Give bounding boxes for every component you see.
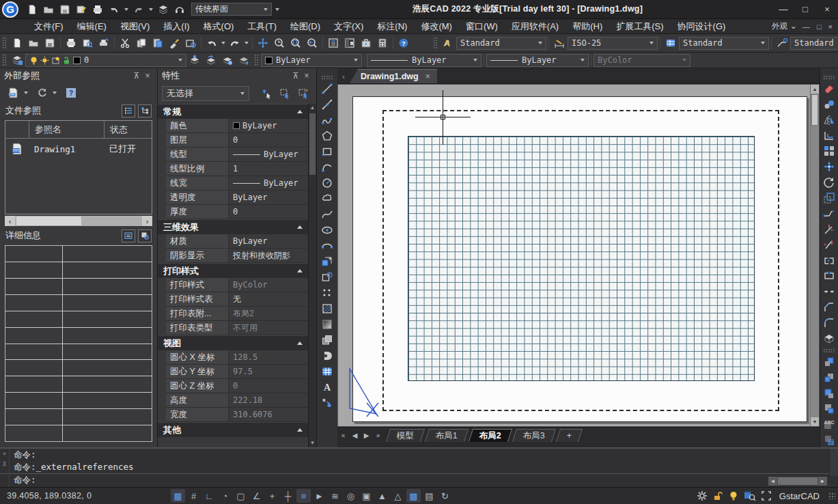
layout-viewport[interactable]: [408, 136, 755, 381]
print-preview-button[interactable]: [79, 36, 96, 51]
section-plot-style[interactable]: 打印样式: [158, 263, 308, 278]
scroll-thumb[interactable]: [778, 477, 818, 485]
scroll-down-arrow[interactable]: ▼: [811, 417, 819, 426]
workspace-layers-button[interactable]: [156, 2, 171, 17]
column-status[interactable]: 状态: [104, 121, 152, 138]
redo-button[interactable]: [131, 2, 146, 17]
menu-text[interactable]: 文字(X): [327, 19, 370, 34]
layer-states-button[interactable]: [186, 53, 203, 68]
qat-overflow-button[interactable]: [272, 2, 283, 17]
cut-button[interactable]: [117, 36, 133, 51]
offset-button[interactable]: [821, 128, 837, 143]
zoom-window-button[interactable]: [288, 36, 304, 51]
object-snap-tracking-toggle[interactable]: ┼: [281, 489, 295, 503]
command-input-line[interactable]: 命令:: [0, 473, 838, 486]
menu-collaboration[interactable]: 协同设计(G): [671, 19, 733, 34]
break-button[interactable]: [821, 253, 837, 268]
refresh-button[interactable]: [34, 85, 51, 100]
move-button[interactable]: [821, 159, 837, 174]
annotation-scale-toggle[interactable]: ▲: [375, 489, 389, 503]
mleader-style-combo[interactable]: Standard: [790, 37, 838, 50]
prop-linetype[interactable]: 线型ByLayer: [166, 148, 308, 162]
caret-down-icon[interactable]: [24, 92, 28, 94]
selection-cycling-toggle[interactable]: ►: [312, 489, 326, 503]
snap-mode-toggle[interactable]: #: [186, 489, 201, 503]
polar-tracking-toggle[interactable]: ◔: [218, 489, 232, 503]
hardware-acceleration-bulb-icon[interactable]: [728, 490, 739, 501]
scroll-right-arrow[interactable]: ▶: [818, 477, 827, 486]
array-button[interactable]: [821, 143, 837, 158]
workspace-switcher[interactable]: 传统界面: [191, 3, 272, 16]
scroll-down-arrow[interactable]: ▼: [309, 439, 316, 447]
section-general[interactable]: 常规: [158, 104, 308, 119]
column-ref-name[interactable]: 参照名: [29, 121, 104, 138]
command-window[interactable]: × ⊼ 命令: 命令:_externalreferences 命令: ◀ ▶: [0, 447, 838, 487]
spline-button[interactable]: [319, 207, 335, 222]
app-logo[interactable]: G: [0, 1, 20, 18]
line-button[interactable]: [319, 81, 335, 96]
menu-view[interactable]: 视图(V): [113, 19, 156, 34]
undo-dropdown[interactable]: [123, 2, 130, 17]
print-button[interactable]: [63, 36, 79, 51]
close-icon[interactable]: ×: [301, 70, 312, 81]
tab-close-icon[interactable]: ×: [425, 72, 430, 81]
layer-unisolate-button[interactable]: [236, 53, 252, 68]
rotate-button[interactable]: [821, 175, 837, 190]
mleader-style-manager-button[interactable]: [774, 36, 790, 51]
quick-select-button[interactable]: [259, 86, 275, 102]
gradient-button[interactable]: [319, 317, 335, 332]
minimize-button[interactable]: —: [772, 1, 794, 18]
close-icon[interactable]: ×: [3, 450, 6, 457]
prop-material[interactable]: 材质ByLayer: [166, 234, 308, 249]
prop-width[interactable]: 宽度310.6076: [166, 408, 308, 422]
toggle-pickadd-button[interactable]: [296, 86, 312, 102]
prop-plot-style-table[interactable]: 打印样式表无: [166, 292, 308, 307]
unlock-icon[interactable]: [712, 490, 723, 501]
tab-layout2[interactable]: 布局2: [469, 429, 512, 442]
open-button[interactable]: [25, 36, 42, 51]
xref-row-drawing1[interactable]: DWG Drawing1 已打开: [5, 139, 152, 159]
scroll-up-arrow[interactable]: ▲: [309, 104, 316, 112]
menu-insert[interactable]: 插入(I): [156, 19, 196, 34]
fillet-button[interactable]: [821, 316, 837, 331]
performance-analyzer-icon[interactable]: [744, 490, 756, 501]
table-button[interactable]: [319, 364, 335, 379]
prop-lineweight[interactable]: 线宽ByLayer: [166, 176, 308, 191]
linetype-combo[interactable]: ByLayer: [367, 54, 481, 67]
object-snap-toggle[interactable]: ▢: [234, 489, 248, 503]
circle-button[interactable]: [319, 176, 335, 191]
ellipse-arc-button[interactable]: [319, 238, 335, 253]
menu-applications[interactable]: 应用软件(A): [505, 19, 565, 34]
menu-format[interactable]: 格式(O): [197, 19, 241, 34]
fullscreen-icon[interactable]: [761, 490, 772, 501]
prop-height[interactable]: 高度222.18: [166, 393, 308, 408]
prop-thickness[interactable]: 厚度0: [166, 205, 308, 219]
tab-model[interactable]: 模型: [386, 429, 425, 442]
prop-linetype-scale[interactable]: 线型比例1: [166, 162, 308, 176]
grid-display-toggle[interactable]: ▦: [171, 489, 185, 503]
region-button[interactable]: [319, 333, 335, 348]
scroll-up-arrow[interactable]: ▲: [811, 85, 819, 94]
quick-calc-button[interactable]: [374, 36, 391, 51]
wipeout-button[interactable]: [319, 348, 335, 363]
canvas-vscrollbar[interactable]: ▲ ▼: [810, 85, 819, 426]
table-style-manager-button[interactable]: [662, 36, 679, 51]
pin-icon[interactable]: ⊼: [290, 70, 301, 81]
revision-cloud-button[interactable]: [319, 191, 335, 206]
settings-gear-icon[interactable]: [697, 490, 708, 501]
maximize-button[interactable]: □: [794, 1, 816, 18]
command-hscrollbar[interactable]: ◀ ▶: [768, 477, 827, 486]
ortho-mode-toggle[interactable]: ∟: [202, 489, 217, 503]
point-button[interactable]: [319, 285, 335, 300]
menu-draw[interactable]: 绘图(D): [283, 19, 327, 34]
save-button[interactable]: [57, 2, 72, 17]
prop-plot-table-attached[interactable]: 打印表附...布局2: [166, 307, 308, 321]
section-other[interactable]: 其他: [158, 422, 308, 437]
layout-nav-last[interactable]: »: [372, 430, 384, 441]
properties-palette-button[interactable]: [325, 36, 341, 51]
preview-button[interactable]: [138, 229, 152, 242]
new-file-button[interactable]: [25, 2, 40, 17]
layer-previous-button[interactable]: [203, 53, 219, 68]
trim-button[interactable]: [821, 222, 837, 237]
divide-button[interactable]: [319, 395, 335, 410]
